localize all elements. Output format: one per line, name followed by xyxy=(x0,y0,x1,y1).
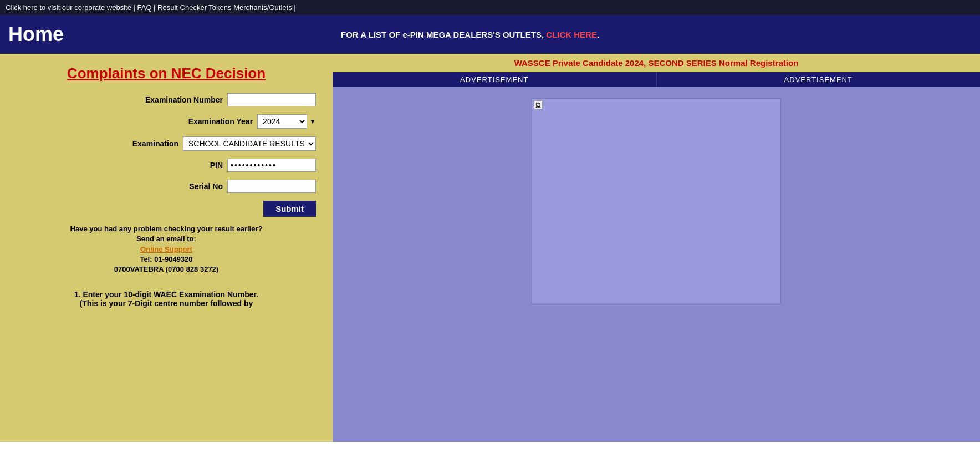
year-dropdown-icon: ▼ xyxy=(309,118,316,125)
serial-row: Serial No xyxy=(17,180,316,193)
exam-year-row: Examination Year 2024 2023 2022 2021 202… xyxy=(17,114,316,129)
faq-link[interactable]: FAQ xyxy=(137,3,151,12)
vatebra-info: 0700VATEBRA (0700 828 3272) xyxy=(17,265,316,273)
exam-year-label: Examination Year xyxy=(188,117,253,126)
complaints-title[interactable]: Complaints on NEC Decision xyxy=(17,65,316,82)
examination-label: Examination xyxy=(132,139,178,148)
help-line2: Send an email to: xyxy=(17,235,316,243)
wassce-notice-text: WASSCE Private Candidate 2024, SECOND SE… xyxy=(514,58,799,68)
submit-row: Submit xyxy=(17,201,316,217)
tel-info: Tel: 01-9049320 xyxy=(17,255,316,263)
help-line1: Have you had any problem checking your r… xyxy=(17,225,316,233)
separator-2: | xyxy=(152,3,158,12)
broken-image-icon: 🖼 xyxy=(534,100,543,109)
separator-3: | xyxy=(292,3,296,12)
help-section: Have you had any problem checking your r… xyxy=(17,225,316,273)
examination-row: Examination SCHOOL CANDIDATE RESULTS PRI… xyxy=(17,136,316,151)
epin-notice: FOR A LIST OF e-PIN MEGA DEALERS'S OUTLE… xyxy=(341,30,972,39)
exam-number-input[interactable] xyxy=(227,93,316,106)
instructions: 1. Enter your 10-digit WAEC Examination … xyxy=(17,290,316,308)
wassce-notice: WASSCE Private Candidate 2024, SECOND SE… xyxy=(333,54,980,72)
home-title: Home xyxy=(8,23,341,46)
top-navigation: Click here to visit our corporate websit… xyxy=(0,0,980,15)
submit-button[interactable]: Submit xyxy=(263,201,316,217)
ad-label-right: ADVERTISEMENT xyxy=(656,72,981,87)
exam-number-label: Examination Number xyxy=(145,95,223,104)
ad-image-area: 🖼 xyxy=(333,87,980,442)
exam-number-row: Examination Number xyxy=(17,93,316,106)
left-panel: Complaints on NEC Decision Examination N… xyxy=(0,54,333,442)
ad-row: ADVERTISEMENT ADVERTISEMENT xyxy=(333,72,980,87)
result-checker-link[interactable]: Result Checker Tokens Merchants/Outlets xyxy=(157,3,292,12)
instruction-line2: (This is your 7-Digit centre number foll… xyxy=(17,299,316,308)
ad-label-left: ADVERTISEMENT xyxy=(333,72,656,87)
online-support-link[interactable]: Online Support xyxy=(140,245,192,253)
serial-label: Serial No xyxy=(189,182,223,191)
examination-select[interactable]: SCHOOL CANDIDATE RESULTS PRIVATE CANDIDA… xyxy=(183,136,316,151)
ad-image-placeholder: 🖼 xyxy=(532,98,781,303)
pin-label: PIN xyxy=(210,161,223,170)
main-content: Complaints on NEC Decision Examination N… xyxy=(0,54,980,442)
serial-input[interactable] xyxy=(227,180,316,193)
exam-year-select[interactable]: 2024 2023 2022 2021 2020 xyxy=(257,114,307,129)
instruction-line1: 1. Enter your 10-digit WAEC Examination … xyxy=(17,290,316,299)
separator-1: | xyxy=(131,3,137,12)
pin-row: PIN xyxy=(17,159,316,172)
click-here-link[interactable]: CLICK HERE xyxy=(546,30,597,39)
home-header: Home FOR A LIST OF e-PIN MEGA DEALERS'S … xyxy=(0,15,980,54)
corporate-website-link[interactable]: Click here to visit our corporate websit… xyxy=(6,3,131,12)
pin-input[interactable] xyxy=(227,159,316,172)
epin-period: . xyxy=(597,30,599,39)
epin-text: FOR A LIST OF e-PIN MEGA DEALERS'S OUTLE… xyxy=(341,30,546,39)
right-panel: WASSCE Private Candidate 2024, SECOND SE… xyxy=(333,54,980,442)
